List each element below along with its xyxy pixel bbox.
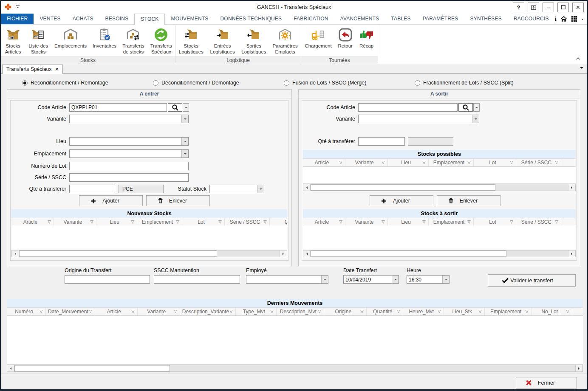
sscc-manutention-input[interactable] [154,275,240,284]
calculator-grid-icon[interactable] [571,16,577,22]
scroll-left-icon[interactable] [303,250,311,257]
close-button[interactable]: ✕ [572,3,584,12]
heure-combo[interactable]: 16:30 [407,275,449,284]
search-button[interactable] [458,103,473,112]
ajouter-out-button[interactable]: Ajouter [370,195,433,206]
scroll-left-icon[interactable] [303,184,311,191]
enlever-out-button[interactable]: Enlever [437,195,500,206]
filter-funnel-icon[interactable] [437,309,441,314]
ajouter-button[interactable]: Ajouter [79,195,143,206]
column-header[interactable]: Lieu [388,159,429,166]
ribbon-transferts-speciaux[interactable]: Transferts Spéciaux [147,26,175,56]
ribbon-stocks-articles[interactable]: Stocks Articles [1,26,25,56]
valider-transfert-button[interactable]: Valider le transfert [488,274,576,287]
filter-funnel-icon[interactable] [39,309,43,314]
tab-tables[interactable]: TABLES [385,14,416,24]
emplacement-combo[interactable] [69,149,189,158]
table-body[interactable] [303,167,576,184]
filter-funnel-icon[interactable] [263,220,267,224]
column-header[interactable]: Heure_Mvt [403,308,444,315]
minimize-button[interactable]: – [543,3,554,12]
column-header[interactable]: Lot [474,218,516,226]
ribbon-stocks-logistiques[interactable]: Stocks Logistiques [175,26,207,56]
column-header[interactable]: Description_Variante [180,308,236,315]
radio-reconditionnement[interactable]: Reconditionnement / Remontage [22,80,108,86]
ribbon-chargement[interactable]: Chargement [302,26,334,50]
horizontal-scrollbar[interactable] [11,250,287,257]
tab-syntheses[interactable]: SYNTHÈSES [464,14,508,24]
ribbon-transferts-de-stocks[interactable]: Transferts de stocks [119,26,147,56]
info-icon[interactable]: i [555,15,557,23]
filter-funnel-icon[interactable] [175,220,180,224]
table-body[interactable] [7,316,583,365]
filter-funnel-icon[interactable] [229,309,233,314]
column-header[interactable]: Emplacement [429,218,474,226]
statut-stock-combo[interactable] [209,185,264,193]
ribbon-retour[interactable]: Retour [335,26,356,50]
column-header[interactable]: No_Lot [531,308,572,315]
tab-stock[interactable]: STOCK [134,14,165,25]
column-header[interactable]: Série / SSCC [516,218,561,226]
column-header[interactable]: Variante [138,308,180,315]
document-tab-transferts-speciaux[interactable]: Transferts Spéciaux ✕ [2,65,63,74]
column-header[interactable]: Article [303,159,345,166]
qte-input[interactable] [69,185,115,193]
horizontal-scrollbar[interactable] [7,365,583,372]
column-header[interactable]: Type_Mvt [236,308,277,315]
employe-combo[interactable] [246,275,328,284]
column-header[interactable]: Lot [474,159,516,166]
scroll-right-icon[interactable] [280,250,287,257]
column-header[interactable]: Q [561,218,576,226]
ribbon-inventaires[interactable]: Inventaires [90,26,119,50]
filter-funnel-icon[interactable] [360,309,364,314]
column-header[interactable]: Emplacement [137,218,182,226]
column-header[interactable]: Lieu [388,218,429,226]
column-header[interactable]: Numéro [7,308,46,315]
scroll-right-icon[interactable] [568,184,575,191]
ribbon-parametres-emplacts[interactable]: Paramètres Emplacts [269,26,301,56]
horizontal-scrollbar[interactable] [303,184,576,191]
column-header[interactable]: Variante [54,218,96,226]
table-body[interactable] [303,226,576,250]
scroll-left-icon[interactable] [7,365,14,371]
variante-out-combo[interactable] [358,115,479,123]
filter-funnel-icon[interactable] [422,160,426,165]
code-article-out-input[interactable] [358,103,458,112]
filter-funnel-icon[interactable] [467,160,471,165]
ribbon-recap[interactable]: Récap [356,26,377,50]
filter-funnel-icon[interactable] [173,309,178,314]
filter-funnel-icon[interactable] [339,220,343,224]
tab-fabrication[interactable]: FABRICATION [288,14,334,24]
filter-funnel-icon[interactable] [90,220,94,224]
code-article-dropdown[interactable] [183,103,189,112]
search-button[interactable] [168,103,182,112]
fermer-button[interactable]: Fermer [516,377,577,388]
radio-deconditionnement[interactable]: Déconditionnement / Démontage [153,80,239,86]
column-header[interactable]: Article [303,218,345,226]
horizontal-scrollbar[interactable] [303,250,576,257]
filter-funnel-icon[interactable] [422,220,426,224]
filter-funnel-icon[interactable] [396,309,401,314]
filter-funnel-icon[interactable] [509,220,514,224]
tab-mouvements[interactable]: MOUVEMENTS [165,14,214,24]
tab-fichier[interactable]: FICHIER [1,14,34,24]
filter-funnel-icon[interactable] [509,160,514,165]
home-icon[interactable] [560,16,567,22]
column-header[interactable]: Article [11,218,54,226]
enlever-button[interactable]: Enlever [146,195,210,206]
filter-funnel-icon[interactable] [47,220,51,224]
ribbon-liste-des-stocks[interactable]: Liste des Stocks [25,26,51,56]
column-header[interactable]: Lieu_Stk [444,308,485,315]
ribbon-entrees-logistiques[interactable]: Entrées Logistiques [207,26,238,56]
column-header[interactable]: No [572,308,583,315]
filter-funnel-icon[interactable] [478,309,482,314]
tab-achats[interactable]: ACHATS [67,14,99,24]
tab-donnees-techniques[interactable]: DONNÉES TECHNIQUES [215,14,288,24]
filter-funnel-icon[interactable] [565,309,570,314]
filter-funnel-icon[interactable] [88,309,93,314]
column-header[interactable]: Série / SSCC [225,218,270,226]
lieu-combo[interactable] [69,137,189,146]
help-button[interactable]: ? [513,3,524,12]
origine-transfert-input[interactable] [65,275,150,284]
variante-combo[interactable] [69,115,189,123]
